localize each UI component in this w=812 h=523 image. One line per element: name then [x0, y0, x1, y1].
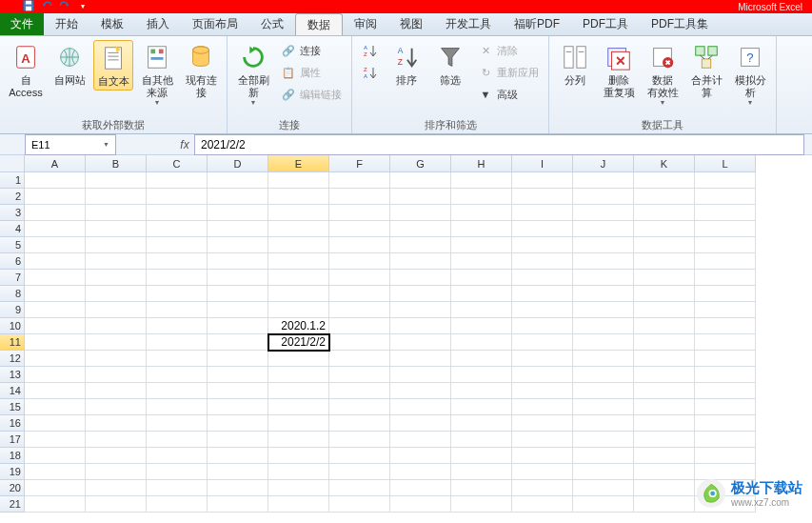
text-to-columns-button[interactable]: 分列 — [555, 40, 595, 89]
row-header-18[interactable]: 18 — [0, 448, 25, 464]
cell-L7[interactable] — [695, 270, 756, 286]
cell-E7[interactable] — [268, 270, 329, 286]
row-header-14[interactable]: 14 — [0, 383, 25, 399]
cell-K5[interactable] — [634, 237, 695, 253]
cell-K17[interactable] — [634, 432, 695, 448]
cell-B10[interactable] — [86, 318, 147, 334]
col-header-J[interactable]: J — [573, 155, 634, 172]
cell-D5[interactable] — [208, 237, 268, 253]
cell-H10[interactable] — [451, 318, 512, 334]
cell-K18[interactable] — [634, 448, 695, 464]
cell-I15[interactable] — [512, 399, 573, 415]
existing-conn-button[interactable]: 现有连接 — [181, 40, 221, 101]
cell-I20[interactable] — [512, 480, 573, 496]
cell-D20[interactable] — [208, 480, 268, 496]
cell-A17[interactable] — [25, 432, 86, 448]
cell-L12[interactable] — [695, 351, 756, 367]
cell-D21[interactable] — [208, 496, 268, 513]
cell-J21[interactable] — [573, 496, 634, 513]
save-icon[interactable] — [22, 0, 34, 12]
col-header-C[interactable]: C — [147, 155, 208, 172]
cell-L2[interactable] — [695, 189, 756, 205]
select-all-corner[interactable] — [0, 155, 25, 172]
cell-A15[interactable] — [25, 399, 86, 415]
cell-G4[interactable] — [390, 221, 451, 237]
col-header-L[interactable]: L — [695, 155, 756, 172]
cell-I5[interactable] — [512, 237, 573, 253]
cell-H1[interactable] — [451, 172, 512, 189]
cell-L6[interactable] — [695, 253, 756, 270]
cell-K1[interactable] — [634, 172, 695, 189]
cell-H2[interactable] — [451, 189, 512, 205]
cell-L4[interactable] — [695, 221, 756, 237]
cell-A6[interactable] — [25, 253, 86, 270]
cell-G13[interactable] — [390, 367, 451, 383]
cell-F13[interactable] — [329, 367, 390, 383]
cell-L16[interactable] — [695, 415, 756, 432]
cell-G1[interactable] — [390, 172, 451, 189]
cell-F21[interactable] — [329, 496, 390, 513]
row-header-3[interactable]: 3 — [0, 205, 25, 221]
cell-A3[interactable] — [25, 205, 86, 221]
cell-C6[interactable] — [147, 253, 208, 270]
cell-K21[interactable] — [634, 496, 695, 513]
col-header-E[interactable]: E — [268, 155, 329, 172]
cell-H5[interactable] — [451, 237, 512, 253]
cell-I13[interactable] — [512, 367, 573, 383]
cell-E14[interactable] — [268, 383, 329, 399]
cell-E4[interactable] — [268, 221, 329, 237]
cell-F16[interactable] — [329, 415, 390, 432]
cell-J8[interactable] — [573, 286, 634, 302]
remove-duplicates-button[interactable]: 删除 重复项 — [599, 40, 639, 101]
cell-K19[interactable] — [634, 464, 695, 480]
row-header-12[interactable]: 12 — [0, 351, 25, 367]
tab-view[interactable]: 视图 — [388, 13, 434, 35]
cell-G18[interactable] — [390, 448, 451, 464]
cell-F15[interactable] — [329, 399, 390, 415]
cell-J18[interactable] — [573, 448, 634, 464]
row-header-17[interactable]: 17 — [0, 432, 25, 448]
data-validation-button[interactable]: 数据 有效性 ▼ — [643, 40, 683, 108]
cell-F8[interactable] — [329, 286, 390, 302]
cell-F17[interactable] — [329, 432, 390, 448]
cell-F9[interactable] — [329, 302, 390, 318]
cell-C1[interactable] — [147, 172, 208, 189]
cell-G14[interactable] — [390, 383, 451, 399]
cell-E5[interactable] — [268, 237, 329, 253]
row-header-2[interactable]: 2 — [0, 189, 25, 205]
cell-A11[interactable] — [25, 334, 86, 351]
tab-pdftoolset[interactable]: PDF工具集 — [640, 13, 720, 35]
row-header-1[interactable]: 1 — [0, 172, 25, 189]
cell-B3[interactable] — [86, 205, 147, 221]
row-header-20[interactable]: 20 — [0, 480, 25, 496]
row-header-21[interactable]: 21 — [0, 496, 25, 513]
cell-G2[interactable] — [390, 189, 451, 205]
cell-F11[interactable] — [329, 334, 390, 351]
cell-I4[interactable] — [512, 221, 573, 237]
cell-E19[interactable] — [268, 464, 329, 480]
cell-G6[interactable] — [390, 253, 451, 270]
cell-F2[interactable] — [329, 189, 390, 205]
cell-C19[interactable] — [147, 464, 208, 480]
row-header-9[interactable]: 9 — [0, 302, 25, 318]
row-header-13[interactable]: 13 — [0, 367, 25, 383]
cell-A18[interactable] — [25, 448, 86, 464]
cell-J14[interactable] — [573, 383, 634, 399]
formula-bar[interactable]: 2021/2/2 — [194, 134, 804, 155]
cell-F4[interactable] — [329, 221, 390, 237]
row-header-10[interactable]: 10 — [0, 318, 25, 334]
cell-D7[interactable] — [208, 270, 268, 286]
tab-review[interactable]: 审阅 — [343, 13, 388, 35]
row-header-6[interactable]: 6 — [0, 253, 25, 270]
cell-D9[interactable] — [208, 302, 268, 318]
cell-D3[interactable] — [208, 205, 268, 221]
cell-J16[interactable] — [573, 415, 634, 432]
cell-J13[interactable] — [573, 367, 634, 383]
cell-A20[interactable] — [25, 480, 86, 496]
cell-C20[interactable] — [147, 480, 208, 496]
cell-G7[interactable] — [390, 270, 451, 286]
cell-L13[interactable] — [695, 367, 756, 383]
cell-A16[interactable] — [25, 415, 86, 432]
redo-icon[interactable] — [58, 0, 70, 12]
cell-H15[interactable] — [451, 399, 512, 415]
